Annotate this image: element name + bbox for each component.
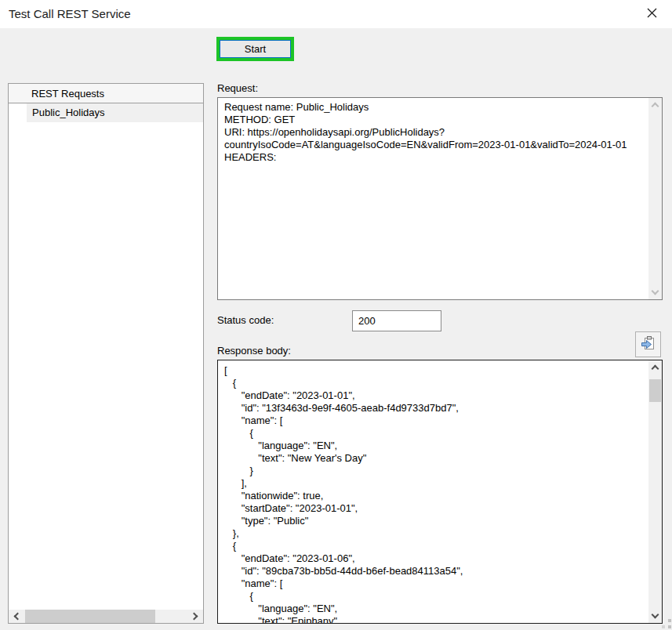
close-button[interactable] [639,3,664,25]
window-title: Test Call REST Service [9,7,131,20]
chevron-left-icon [14,613,22,621]
request-vertical-scrollbar[interactable] [648,98,662,299]
chevron-up-icon [652,365,659,373]
response-body-label: Response body: [217,345,291,357]
vertical-scrollbar-thumb[interactable] [649,379,661,402]
request-content: Request name: Public_Holidays METHOD: GE… [224,101,641,164]
titlebar: Test Call REST Service [0,0,672,28]
request-textarea[interactable]: Request name: Public_Holidays METHOD: GE… [217,97,663,300]
chevron-up-icon [652,103,659,110]
response-content: [ { "endDate": "2023-01-01", "id": "13f3… [224,364,641,624]
scroll-down-button[interactable] [648,286,662,299]
scroll-up-button[interactable] [648,98,662,111]
copy-response-button[interactable] [635,331,661,357]
scroll-right-button[interactable] [187,610,203,623]
chevron-down-icon [652,611,659,619]
status-code-label: Status code: [217,314,274,326]
scroll-left-button[interactable] [9,610,24,623]
rest-requests-header: REST Requests [9,84,203,103]
horizontal-scrollbar[interactable] [9,610,203,623]
response-body-textarea[interactable]: [ { "endDate": "2023-01-01", "id": "13f3… [217,360,663,624]
response-vertical-scrollbar[interactable] [648,360,662,623]
close-icon [646,7,658,21]
start-button[interactable]: Start [220,40,291,58]
horizontal-scrollbar-thumb[interactable] [25,610,155,623]
resize-grip-icon[interactable] [662,617,671,628]
status-code-field[interactable] [352,310,441,331]
rest-requests-panel: REST Requests Public_Holidays [8,83,204,624]
scroll-up-button[interactable] [648,360,662,374]
list-item-public-holidays[interactable]: Public_Holidays [27,103,203,122]
paste-icon [640,335,656,354]
start-button-highlight: Start [216,37,294,61]
request-label: Request: [217,82,258,94]
chevron-right-icon [191,613,198,621]
chevron-down-icon [652,288,659,295]
scroll-down-button[interactable] [648,610,662,623]
